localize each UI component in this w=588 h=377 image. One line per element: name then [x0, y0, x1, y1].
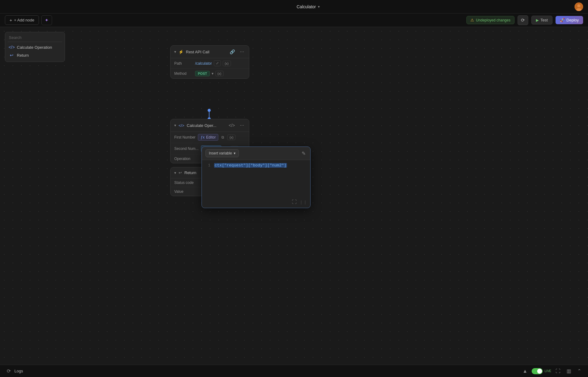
code-line-1: 1 ctx["request"]["body"]["num2"]: [205, 162, 307, 169]
method-x-button[interactable]: (x): [215, 71, 224, 76]
method-label: Method: [174, 71, 193, 76]
code-content: ctx["request"]["body"]["num2"]: [214, 162, 287, 169]
search-item-return[interactable]: ↩ Return: [8, 51, 62, 59]
path-value-group: /calculator ⤢ (x): [195, 60, 245, 66]
calculate-collapse-icon[interactable]: ▾: [174, 123, 176, 128]
chevron-up-icon: ⌃: [577, 368, 581, 374]
expand-icon: ⛶: [292, 199, 297, 204]
undeployed-badge: ⚠ Undeployed changes: [466, 16, 514, 24]
refresh-button[interactable]: ⟳: [5, 367, 13, 375]
rest-api-actions: 🔗 ⋯: [228, 49, 245, 55]
canvas: </> Calculate Operation ↩ Return ▾ ⚡ Res…: [0, 27, 588, 365]
status-code-label: Status code: [174, 181, 194, 185]
chevron-up-button[interactable]: ⌃: [575, 367, 583, 375]
edit-icon: ✎: [302, 151, 306, 156]
editor-popup-edit-button[interactable]: ✎: [301, 150, 307, 157]
value-label: Value: [174, 189, 193, 194]
return-icon: ↩: [9, 53, 14, 58]
insert-variable-chevron-icon: ▾: [234, 151, 236, 155]
resize-icon: ⋮⋮: [299, 200, 307, 204]
test-button[interactable]: ▶ Test: [531, 16, 552, 25]
plus-icon: +: [9, 17, 12, 23]
editor-popup: Insert variable ▾ ✎ 1 ctx["request"]["bo…: [202, 147, 311, 208]
method-dropdown-button[interactable]: ▾: [212, 71, 213, 76]
rest-api-header: ▾ ⚡ Rest API Call 🔗 ⋯: [171, 46, 249, 58]
magic-button[interactable]: ✦: [41, 15, 52, 25]
live-toggle-button[interactable]: [532, 368, 543, 374]
link-icon: 🔗: [230, 49, 235, 54]
history-icon: ⟳: [521, 17, 525, 23]
path-expand-button[interactable]: ⤢: [214, 60, 221, 66]
logs-label: Logs: [14, 369, 23, 373]
svg-point-1: [577, 4, 580, 7]
toolbar-left: + + Add node ✦: [5, 15, 52, 25]
calculate-title-group: ▾ </> Calculate Oper...: [174, 123, 217, 128]
bottombar-right: ▲ LIVE ⛶ ▥ ⌃: [521, 367, 583, 375]
code-view-icon: </>: [229, 123, 235, 128]
history-button[interactable]: ⟳: [518, 15, 528, 25]
refresh-icon: ⟳: [7, 368, 11, 374]
calculate-more-icon: ⋯: [240, 123, 244, 128]
title-chevron-icon[interactable]: ▾: [318, 5, 320, 9]
path-value: /calculator: [195, 61, 212, 66]
bottombar: ⟳ Logs ▲ LIVE ⛶ ▥ ⌃: [0, 365, 588, 377]
first-number-label: First Number: [174, 135, 195, 139]
more-icon: ⋯: [240, 49, 244, 54]
search-item-calculate[interactable]: </> Calculate Operation: [8, 43, 62, 51]
calculate-header: ▾ </> Calculate Oper... </> ⋯: [171, 119, 249, 132]
calculate-actions: </> ⋯: [228, 122, 245, 128]
play-icon: ▶: [536, 18, 539, 22]
return-title-group: ▾ ↩ Return: [174, 170, 196, 175]
editor-popup-footer: ⛶ ⋮⋮: [291, 199, 308, 205]
rest-api-collapse-icon[interactable]: ▾: [174, 50, 176, 54]
fullscreen-button[interactable]: ⛶: [554, 367, 562, 375]
topbar: Calculator ▾: [0, 0, 588, 13]
code-icon: </>: [9, 45, 14, 50]
calculate-icon: </>: [179, 123, 184, 128]
search-divider: [8, 42, 62, 42]
deploy-button[interactable]: 🚀 Deploy: [556, 16, 583, 24]
app-title: Calculator: [296, 4, 316, 9]
line-number-1: 1: [205, 162, 210, 169]
calculate-title: Calculate Oper...: [187, 123, 217, 128]
second-number-label: Second Num...: [174, 147, 198, 151]
resize-popup-button[interactable]: ⋮⋮: [299, 199, 308, 205]
insert-variable-button[interactable]: Insert variable ▾: [205, 149, 239, 157]
svg-point-4: [208, 109, 211, 112]
collapse-bottom-button[interactable]: ▲: [521, 367, 529, 375]
search-panel: </> Calculate Operation ↩ Return: [5, 32, 65, 62]
path-label: Path: [174, 61, 193, 66]
fx-icon-1: ƒx: [201, 135, 205, 139]
live-toggle-group: LIVE: [532, 368, 551, 374]
expand-popup-button[interactable]: ⛶: [291, 199, 297, 205]
search-input[interactable]: [8, 35, 62, 40]
calculate-more-button[interactable]: ⋯: [239, 122, 245, 128]
rest-api-link-button[interactable]: 🔗: [228, 49, 236, 55]
toolbar: + + Add node ✦ ⚠ Undeployed changes ⟳ ▶ …: [0, 13, 588, 27]
path-x-button[interactable]: (x): [223, 61, 231, 66]
rest-api-method-row: Method POST ▾ (x): [171, 69, 249, 78]
warning-icon: ⚠: [470, 18, 474, 22]
first-number-value: ƒx Editor ⧉ (x): [198, 134, 245, 141]
avatar[interactable]: [575, 2, 583, 11]
return-collapse-icon[interactable]: ▾: [174, 171, 176, 175]
rest-api-node: ▾ ⚡ Rest API Call 🔗 ⋯ Path /calculator ⤢…: [170, 45, 249, 79]
return-title: Return: [184, 170, 196, 175]
add-node-button[interactable]: + + Add node: [5, 15, 39, 25]
calculate-code-button[interactable]: </>: [228, 122, 236, 128]
method-badge: POST: [195, 71, 210, 76]
rest-api-more-button[interactable]: ⋯: [239, 49, 245, 55]
fullscreen-icon: ⛶: [556, 368, 560, 374]
operation-label: Operation: [174, 157, 193, 161]
return-icon: ↩: [179, 170, 182, 175]
topbar-right: [575, 2, 583, 11]
first-number-x-button[interactable]: (x): [227, 135, 236, 140]
first-number-editor-button[interactable]: ƒx Editor: [198, 134, 218, 141]
rest-api-path-row: Path /calculator ⤢ (x): [171, 58, 249, 69]
editor-popup-body[interactable]: 1 ctx["request"]["body"]["num2"] ⛶ ⋮⋮: [202, 160, 310, 208]
split-view-button[interactable]: ▥: [565, 367, 573, 375]
rest-api-icon: ⚡: [179, 50, 183, 54]
toolbar-right: ⚠ Undeployed changes ⟳ ▶ Test 🚀 Deploy: [466, 15, 583, 25]
first-number-copy-button[interactable]: ⧉: [220, 135, 225, 140]
bottombar-left: ⟳ Logs: [5, 367, 23, 375]
